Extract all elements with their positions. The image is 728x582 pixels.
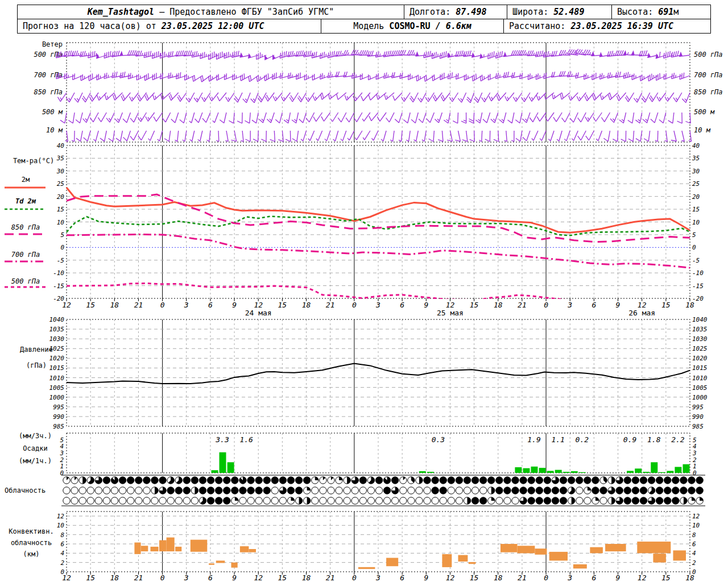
svg-text:-10: -10 (692, 269, 704, 277)
svg-text:0: 0 (160, 301, 165, 309)
svg-text:4: 4 (60, 550, 64, 557)
svg-text:6: 6 (592, 301, 596, 309)
svg-text:1010: 1010 (49, 375, 65, 382)
svg-text:6: 6 (60, 541, 64, 548)
svg-text:4: 4 (60, 443, 64, 450)
svg-text:0: 0 (692, 568, 696, 576)
svg-text:1: 1 (60, 463, 64, 470)
svg-text:15: 15 (86, 301, 95, 309)
svg-text:6: 6 (208, 573, 213, 582)
svg-text:9: 9 (424, 573, 428, 582)
svg-text:1025: 1025 (49, 345, 65, 352)
svg-text:4: 4 (692, 550, 696, 557)
svg-text:0: 0 (60, 469, 64, 477)
svg-text:35: 35 (56, 155, 64, 162)
svg-text:2: 2 (692, 559, 696, 567)
svg-text:990: 990 (53, 413, 64, 421)
svg-text:-20: -20 (692, 295, 704, 302)
svg-text:9: 9 (232, 301, 237, 309)
svg-text:10: 10 (692, 219, 700, 226)
svg-text:26 мая: 26 мая (628, 309, 655, 317)
svg-text:12: 12 (638, 301, 647, 309)
svg-text:21: 21 (518, 301, 527, 309)
svg-text:6: 6 (692, 541, 696, 548)
svg-text:0: 0 (352, 301, 357, 309)
svg-text:1.1: 1.1 (551, 435, 564, 444)
svg-text:40: 40 (692, 142, 700, 149)
wind-barbs (56, 49, 692, 142)
svg-text:5: 5 (60, 436, 64, 444)
svg-text:995: 995 (53, 404, 64, 411)
svg-text:-10: -10 (53, 269, 64, 277)
svg-text:-5: -5 (57, 257, 64, 264)
svg-text:21: 21 (326, 573, 335, 582)
svg-text:21: 21 (518, 573, 527, 582)
svg-text:15: 15 (661, 573, 671, 582)
svg-text:3: 3 (375, 301, 380, 309)
svg-text:12: 12 (254, 573, 263, 582)
svg-text:4: 4 (693, 443, 697, 450)
svg-text:0.2: 0.2 (576, 435, 589, 444)
svg-text:18: 18 (110, 301, 119, 309)
svg-text:985: 985 (692, 423, 704, 430)
svg-text:30: 30 (56, 168, 65, 175)
svg-text:35: 35 (692, 155, 700, 162)
meteogram-canvas: 1212151518182121003366991212151518182121… (0, 0, 728, 582)
svg-text:0: 0 (60, 568, 64, 576)
svg-text:10: 10 (692, 522, 700, 529)
svg-text:8: 8 (60, 531, 64, 539)
svg-text:1020: 1020 (49, 355, 65, 362)
svg-text:6: 6 (400, 573, 404, 582)
svg-text:2: 2 (60, 456, 64, 464)
svg-text:1035: 1035 (49, 326, 65, 333)
svg-text:1000: 1000 (692, 394, 708, 401)
svg-text:9: 9 (616, 301, 621, 309)
svg-text:2.2: 2.2 (671, 435, 685, 444)
svg-text:1.8: 1.8 (647, 435, 661, 444)
svg-text:1.6: 1.6 (239, 435, 253, 444)
svg-text:0.3: 0.3 (432, 435, 445, 444)
svg-text:20: 20 (692, 193, 700, 201)
svg-text:9: 9 (616, 573, 621, 582)
svg-text:12: 12 (254, 301, 263, 309)
svg-text:3: 3 (59, 450, 64, 457)
svg-text:12: 12 (446, 573, 455, 582)
svg-text:10: 10 (57, 219, 65, 226)
cloudiness-rows (63, 477, 704, 504)
svg-text:1000: 1000 (49, 394, 65, 401)
svg-text:21: 21 (134, 301, 143, 309)
meteogram-page: Kem_Tashtagol — Предоставлено ФГБУ "ЗапС… (0, 0, 728, 582)
svg-text:-15: -15 (53, 282, 64, 290)
svg-text:12: 12 (692, 513, 700, 520)
svg-text:25 мая: 25 мая (437, 309, 464, 317)
svg-text:25: 25 (692, 180, 700, 188)
svg-text:8: 8 (692, 531, 696, 539)
svg-text:12: 12 (638, 573, 647, 582)
svg-text:15: 15 (86, 573, 95, 582)
svg-text:18: 18 (302, 301, 311, 309)
svg-text:-20: -20 (53, 295, 64, 302)
svg-text:40: 40 (57, 142, 65, 149)
svg-text:0: 0 (693, 469, 697, 477)
svg-text:3: 3 (184, 573, 189, 582)
svg-text:1.9: 1.9 (527, 435, 540, 444)
svg-text:2: 2 (693, 456, 697, 464)
svg-text:0: 0 (160, 573, 165, 582)
svg-text:25: 25 (57, 180, 64, 188)
svg-text:3: 3 (375, 573, 380, 582)
svg-text:995: 995 (692, 404, 704, 411)
svg-text:0: 0 (544, 301, 548, 309)
svg-text:15: 15 (470, 573, 479, 582)
svg-text:21: 21 (134, 573, 143, 582)
svg-text:18: 18 (302, 573, 311, 582)
svg-text:3: 3 (567, 573, 572, 582)
svg-text:6: 6 (400, 301, 404, 309)
svg-text:3: 3 (567, 301, 572, 309)
svg-text:0: 0 (544, 573, 548, 582)
svg-text:24 мая: 24 мая (245, 309, 272, 317)
svg-text:0: 0 (352, 573, 357, 582)
svg-text:12: 12 (446, 301, 455, 309)
svg-text:990: 990 (692, 413, 704, 421)
svg-text:10: 10 (57, 522, 65, 529)
svg-text:5: 5 (693, 436, 697, 444)
